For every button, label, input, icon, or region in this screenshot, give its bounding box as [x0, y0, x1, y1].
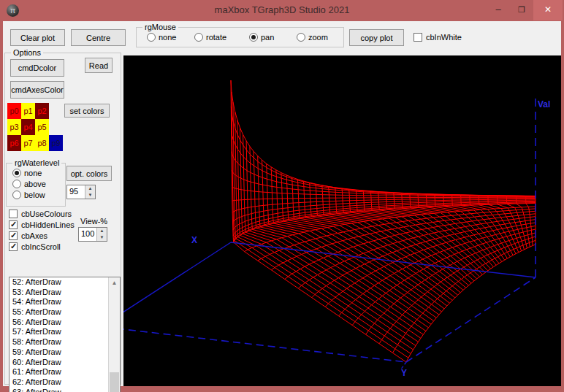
view-percent-label: View-%	[80, 217, 107, 226]
close-button[interactable]: ✕	[533, 0, 563, 20]
set-colors-button[interactable]: set colors	[64, 104, 110, 118]
cbusecolours-label[interactable]: cbUseColours	[21, 210, 72, 218]
waterlevel-spin-down-icon[interactable]: ▼	[85, 192, 95, 199]
view-percent-spinner[interactable]: 100 ▲▼	[78, 227, 107, 242]
palette-cell-p8[interactable]: p8	[35, 135, 49, 151]
options-group-label: Options	[11, 48, 43, 57]
cbinwhite-label[interactable]: cbInWhite	[426, 33, 462, 42]
log-scrollbar[interactable]: ▲ ▼	[108, 277, 120, 392]
waterlevel-label-above[interactable]: above	[24, 180, 46, 188]
cmd-axescolor-button[interactable]: cmdAxesColor	[10, 81, 64, 99]
waterlevel-radio-above[interactable]	[12, 180, 21, 188]
list-item[interactable]: 56: AfterDraw	[9, 318, 120, 328]
cbaxes-checkbox[interactable]	[9, 231, 18, 240]
val-axis-label: Val	[538, 99, 550, 109]
maximize-button[interactable]: ❐	[510, 0, 533, 20]
cmd-dcolor-button[interactable]: cmdDcolor	[10, 59, 64, 77]
palette-cell-p4[interactable]: p4	[21, 119, 35, 135]
list-item[interactable]: 57: AfterDraw	[9, 327, 120, 337]
view-percent-spinner-value[interactable]: 100	[81, 229, 94, 238]
palette-cell-p9[interactable]: p9	[49, 135, 63, 151]
y-axis-label: Y	[401, 368, 407, 378]
rgmouse-radio-none[interactable]	[147, 33, 156, 42]
waterlevel-spin-up-icon[interactable]: ▲	[85, 185, 95, 192]
waterlevel-label-below[interactable]: below	[24, 191, 45, 199]
list-item[interactable]: 63: AfterDraw	[9, 388, 120, 392]
list-item[interactable]: 59: AfterDraw	[9, 347, 120, 358]
view-spin-down-icon[interactable]: ▼	[97, 234, 107, 241]
opt-colors-button[interactable]: opt. colors	[66, 166, 112, 181]
cbaxes-label[interactable]: cbAxes	[21, 231, 47, 240]
title-bar: maXbox TGraph3D Studio 2021 π – ❐ ✕	[0, 0, 564, 21]
rgmouse-label-none[interactable]: none	[159, 33, 176, 42]
surface-plot-canvas[interactable]: X Y Val	[123, 55, 561, 386]
window-title: maXbox TGraph3D Studio 2021	[0, 0, 564, 20]
app-icon: π	[7, 4, 19, 17]
waterlevel-radio-none[interactable]	[12, 169, 21, 177]
palette-cell-p1[interactable]: p1	[21, 103, 35, 119]
list-item[interactable]: 60: AfterDraw	[9, 358, 120, 368]
scroll-up-icon[interactable]: ▲	[109, 277, 120, 288]
rgmouse-group: rgMouse none rotate pan zoom	[136, 27, 344, 47]
waterlevel-group-label: rgWaterlevel	[12, 158, 61, 167]
list-item[interactable]: 52: AfterDraw	[9, 277, 120, 288]
palette-cell-p7[interactable]: p7	[21, 135, 35, 151]
rgmouse-radio-rotate[interactable]	[194, 33, 203, 42]
rgmouse-radio-zoom[interactable]	[297, 33, 305, 42]
list-item[interactable]: 55: AfterDraw	[9, 307, 120, 318]
cbusecolours-checkbox[interactable]	[9, 210, 18, 218]
list-item[interactable]: 62: AfterDraw	[9, 377, 120, 388]
cbhiddenlines-checkbox[interactable]	[9, 220, 18, 229]
waterlevel-label-none[interactable]: none	[24, 169, 42, 177]
surface-mesh	[231, 80, 536, 362]
read-button[interactable]: Read	[85, 58, 113, 73]
x-axis-label: X	[191, 235, 197, 245]
waterlevel-radio-below[interactable]	[12, 191, 21, 199]
cbincscroll-checkbox[interactable]	[9, 242, 18, 251]
log-listbox[interactable]: 52: AfterDraw 53: AfterDraw 54: AfterDra…	[9, 277, 121, 392]
cbincscroll-label[interactable]: cbIncScroll	[21, 242, 61, 251]
rgmouse-group-label: rgMouse	[142, 23, 178, 31]
waterlevel-spinner-value[interactable]: 95	[69, 187, 78, 196]
list-item[interactable]: 53: AfterDraw	[9, 288, 120, 298]
rgmouse-label-pan[interactable]: pan	[261, 33, 274, 42]
cbinwhite-checkbox[interactable]	[414, 33, 422, 42]
waterlevel-spinner[interactable]: 95 ▲▼	[66, 185, 96, 199]
scroll-thumb[interactable]	[110, 372, 119, 392]
list-item[interactable]: 58: AfterDraw	[9, 337, 120, 347]
copy-plot-button[interactable]: copy plot	[349, 29, 404, 46]
rgmouse-radio-pan[interactable]	[249, 33, 258, 42]
view-spin-up-icon[interactable]: ▲	[97, 228, 107, 234]
centre-button[interactable]: Centre	[71, 29, 126, 46]
minimize-button[interactable]: –	[487, 0, 510, 20]
palette-cell-p0[interactable]: p0	[7, 103, 21, 119]
list-item[interactable]: 61: AfterDraw	[9, 367, 120, 377]
list-item[interactable]: 54: AfterDraw	[9, 297, 120, 307]
waterlevel-group: rgWaterlevel none above below	[6, 163, 66, 207]
palette-cell-p5[interactable]: p5	[35, 119, 49, 135]
palette-cell-p2[interactable]: p2	[35, 103, 49, 119]
plot-area[interactable]: X Y Val	[123, 55, 561, 386]
x-axis-line	[123, 242, 231, 312]
palette-cell-p3[interactable]: p3	[7, 119, 21, 135]
palette-cell-p6[interactable]: p6	[7, 135, 21, 151]
rgmouse-label-zoom[interactable]: zoom	[308, 33, 328, 42]
cbhiddenlines-label[interactable]: cbHiddenLines	[21, 220, 75, 229]
rgmouse-label-rotate[interactable]: rotate	[206, 33, 226, 42]
clear-plot-button[interactable]: Clear plot	[10, 29, 65, 46]
